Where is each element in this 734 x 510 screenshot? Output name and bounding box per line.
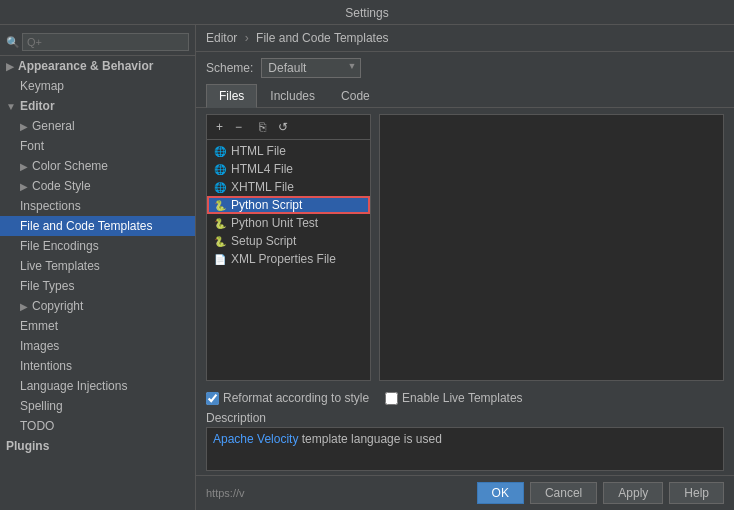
- description-label: Description: [206, 411, 724, 425]
- sidebar-item-emmet[interactable]: Emmet: [0, 316, 195, 336]
- editor-panel[interactable]: [379, 114, 724, 381]
- right-panel: Editor › File and Code Templates Scheme:…: [196, 25, 734, 510]
- live-templates-option[interactable]: Enable Live Templates: [385, 391, 523, 405]
- add-template-button[interactable]: +: [211, 118, 228, 136]
- sidebar-item-file-types[interactable]: File Types: [0, 276, 195, 296]
- template-item-xml-properties-file[interactable]: 📄 XML Properties File: [207, 250, 370, 268]
- reformat-label: Reformat according to style: [223, 391, 369, 405]
- apply-button[interactable]: Apply: [603, 482, 663, 504]
- footer-note: https://v: [206, 487, 245, 499]
- reformat-checkbox[interactable]: [206, 392, 219, 405]
- sidebar-item-label: File Encodings: [20, 239, 99, 253]
- scheme-label: Scheme:: [206, 61, 253, 75]
- sidebar-item-spelling[interactable]: Spelling: [0, 396, 195, 416]
- sidebar-item-code-style[interactable]: ▶ Code Style: [0, 176, 195, 196]
- py-unit-test-icon: 🐍: [213, 216, 227, 230]
- cancel-button[interactable]: Cancel: [530, 482, 597, 504]
- content-area: + − ⎘ ↺ 🌐 HTML File 🌐 HTML4 File: [196, 108, 734, 387]
- tab-includes-label: Includes: [270, 89, 315, 103]
- description-section: Description Apache Velocity template lan…: [196, 409, 734, 475]
- template-item-label: HTML File: [231, 144, 286, 158]
- template-item-python-script[interactable]: 🐍 Python Script: [207, 196, 370, 214]
- template-item-label: Setup Script: [231, 234, 296, 248]
- sidebar-item-copyright[interactable]: ▶ Copyright: [0, 296, 195, 316]
- sidebar-item-label: Code Style: [32, 179, 91, 193]
- reset-template-button[interactable]: ↺: [273, 118, 293, 136]
- sidebar-item-label: Inspections: [20, 199, 81, 213]
- sidebar-item-label: File and Code Templates: [20, 219, 153, 233]
- setup-script-icon: 🐍: [213, 234, 227, 248]
- html4-file-icon: 🌐: [213, 162, 227, 176]
- description-text: template language is used: [298, 432, 441, 446]
- arrow-icon: ▼: [6, 101, 16, 112]
- sidebar-item-label: Color Scheme: [32, 159, 108, 173]
- xhtml-file-icon: 🌐: [213, 180, 227, 194]
- sidebar: 🔍 ▶ Appearance & Behavior Keymap ▼ Edito…: [0, 25, 196, 510]
- breadcrumb-separator: ›: [245, 31, 249, 45]
- sidebar-item-images[interactable]: Images: [0, 336, 195, 356]
- arrow-icon: ▶: [20, 121, 28, 132]
- tab-includes[interactable]: Includes: [257, 84, 328, 107]
- arrow-icon: ▶: [20, 301, 28, 312]
- sidebar-item-appearance-behavior[interactable]: ▶ Appearance & Behavior: [0, 56, 195, 76]
- live-templates-checkbox[interactable]: [385, 392, 398, 405]
- ok-button[interactable]: OK: [477, 482, 524, 504]
- toolbar: + − ⎘ ↺: [207, 115, 370, 140]
- sidebar-item-editor[interactable]: ▼ Editor: [0, 96, 195, 116]
- copy-template-button[interactable]: ⎘: [254, 118, 271, 136]
- live-templates-label: Enable Live Templates: [402, 391, 523, 405]
- sidebar-item-color-scheme[interactable]: ▶ Color Scheme: [0, 156, 195, 176]
- breadcrumb-part-1: Editor: [206, 31, 237, 45]
- template-item-python-unit-test[interactable]: 🐍 Python Unit Test: [207, 214, 370, 232]
- scheme-select[interactable]: Default Project: [261, 58, 361, 78]
- xml-file-icon: 📄: [213, 252, 227, 266]
- template-item-setup-script[interactable]: 🐍 Setup Script: [207, 232, 370, 250]
- tab-code[interactable]: Code: [328, 84, 383, 107]
- tab-code-label: Code: [341, 89, 370, 103]
- template-item-xhtml-file[interactable]: 🌐 XHTML File: [207, 178, 370, 196]
- templates-list-panel: + − ⎘ ↺ 🌐 HTML File 🌐 HTML4 File: [206, 114, 371, 381]
- title-bar: Settings: [0, 0, 734, 25]
- sidebar-item-language-injections[interactable]: Language Injections: [0, 376, 195, 396]
- search-input[interactable]: [22, 33, 189, 51]
- sidebar-item-label: Editor: [20, 99, 55, 113]
- template-list: 🌐 HTML File 🌐 HTML4 File 🌐 XHTML File: [207, 140, 370, 380]
- template-item-html-file[interactable]: 🌐 HTML File: [207, 142, 370, 160]
- description-box: Apache Velocity template language is use…: [206, 427, 724, 471]
- remove-template-button[interactable]: −: [230, 118, 247, 136]
- sidebar-item-todo[interactable]: TODO: [0, 416, 195, 436]
- sidebar-item-label: TODO: [20, 419, 54, 433]
- help-button[interactable]: Help: [669, 482, 724, 504]
- sidebar-item-label: Appearance & Behavior: [18, 59, 153, 73]
- sidebar-item-file-encodings[interactable]: File Encodings: [0, 236, 195, 256]
- main-content: 🔍 ▶ Appearance & Behavior Keymap ▼ Edito…: [0, 25, 734, 510]
- scheme-row: Scheme: Default Project: [196, 52, 734, 84]
- sidebar-item-label: Keymap: [20, 79, 64, 93]
- tabs-row: Files Includes Code: [196, 84, 734, 108]
- template-item-label: XHTML File: [231, 180, 294, 194]
- sidebar-item-label: File Types: [20, 279, 74, 293]
- search-box: 🔍: [0, 29, 195, 56]
- arrow-icon: ▶: [20, 161, 28, 172]
- template-item-html4-file[interactable]: 🌐 HTML4 File: [207, 160, 370, 178]
- template-item-label: Python Script: [231, 198, 302, 212]
- sidebar-item-label: Images: [20, 339, 59, 353]
- sidebar-item-general[interactable]: ▶ General: [0, 116, 195, 136]
- sidebar-item-label: Font: [20, 139, 44, 153]
- reformat-option[interactable]: Reformat according to style: [206, 391, 369, 405]
- template-item-label: XML Properties File: [231, 252, 336, 266]
- sidebar-item-keymap[interactable]: Keymap: [0, 76, 195, 96]
- sidebar-item-plugins[interactable]: Plugins: [0, 436, 195, 456]
- sidebar-item-live-templates[interactable]: Live Templates: [0, 256, 195, 276]
- dialog-title: Settings: [345, 6, 388, 20]
- sidebar-item-file-and-code-templates[interactable]: File and Code Templates: [0, 216, 195, 236]
- sidebar-item-font[interactable]: Font: [0, 136, 195, 156]
- tab-files[interactable]: Files: [206, 84, 257, 108]
- sidebar-item-inspections[interactable]: Inspections: [0, 196, 195, 216]
- apache-velocity-link[interactable]: Apache Velocity: [213, 432, 298, 446]
- footer: https://v OK Cancel Apply Help: [196, 475, 734, 510]
- sidebar-item-intentions[interactable]: Intentions: [0, 356, 195, 376]
- template-item-label: Python Unit Test: [231, 216, 318, 230]
- arrow-icon: ▶: [20, 181, 28, 192]
- settings-dialog: Settings 🔍 ▶ Appearance & Behavior Keyma…: [0, 0, 734, 510]
